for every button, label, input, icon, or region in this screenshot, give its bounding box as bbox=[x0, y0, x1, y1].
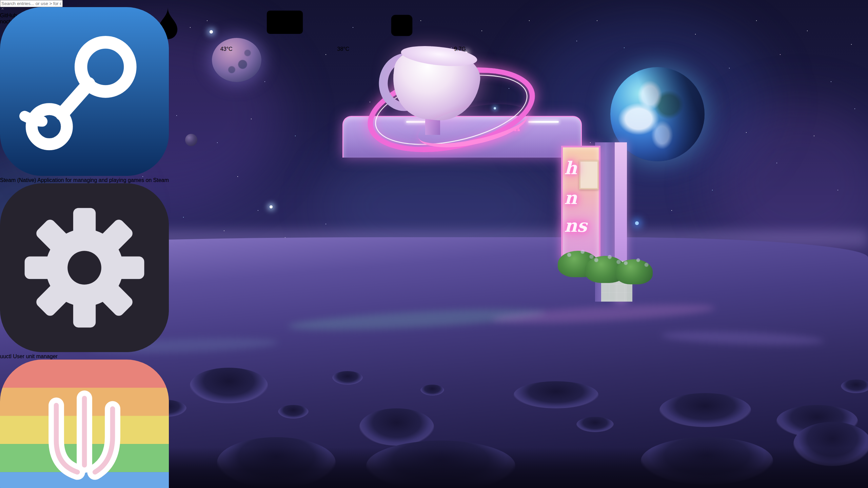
neon-letter: ns bbox=[564, 215, 587, 236]
crater bbox=[659, 393, 751, 427]
gpu-temp-value: 38°C bbox=[337, 46, 349, 52]
list-item[interactable]: uuctl User unit manager bbox=[0, 183, 169, 360]
crater bbox=[514, 381, 598, 408]
neon-cafe-building: h n ns bbox=[561, 142, 646, 312]
crater bbox=[332, 371, 363, 385]
app-icon bbox=[0, 7, 169, 176]
app-text: uuctl User unit manager bbox=[0, 353, 169, 360]
app-icon bbox=[0, 360, 169, 488]
result-list: Steam (Native) Application for managing … bbox=[0, 7, 169, 488]
neon-letter: h bbox=[564, 158, 577, 178]
crater bbox=[190, 368, 268, 403]
gpu-temperature: 38°C bbox=[234, 46, 351, 52]
crater bbox=[841, 380, 868, 393]
search-field[interactable] bbox=[0, 0, 169, 7]
cafe-window: h n ns bbox=[561, 146, 600, 261]
crater bbox=[420, 385, 444, 395]
crater bbox=[359, 408, 434, 446]
neon-letter: n bbox=[564, 187, 577, 208]
bright-star bbox=[270, 205, 273, 208]
list-item[interactable]: Steam (Native) Application for managing … bbox=[0, 7, 169, 183]
app-name: Steam (Native) bbox=[0, 177, 36, 183]
app-description: User unit manager bbox=[13, 353, 58, 359]
app-name: uuctl bbox=[0, 353, 12, 359]
app-launcher-dialog: Steam (Native) Application for managing … bbox=[0, 0, 169, 488]
search-input[interactable] bbox=[0, 0, 63, 7]
app-description: Application for managing and playing gam… bbox=[37, 177, 169, 183]
chip-icon bbox=[351, 0, 453, 51]
list-item[interactable]: Vesktop Internet Messenger bbox=[0, 360, 169, 488]
memory-usage: 9.7G bbox=[351, 46, 466, 52]
monitor-icon bbox=[234, 0, 336, 51]
cpu-temp-value: 43°C bbox=[220, 46, 233, 52]
crater bbox=[278, 405, 309, 419]
menu-poster bbox=[579, 160, 599, 189]
memory-value: 9.7G bbox=[454, 46, 466, 52]
crater bbox=[576, 417, 614, 432]
app-icon bbox=[0, 183, 169, 352]
bush bbox=[615, 259, 653, 284]
app-text: Steam (Native) Application for managing … bbox=[0, 177, 169, 183]
